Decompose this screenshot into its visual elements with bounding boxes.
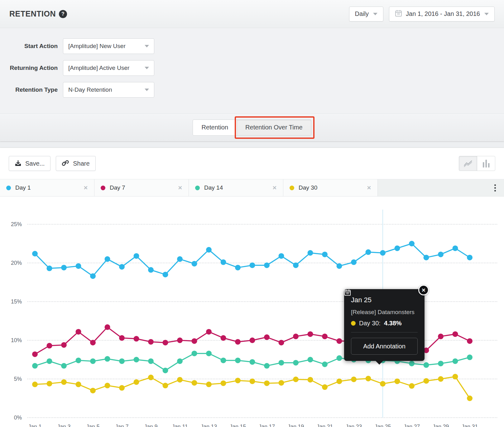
series-point-day-1[interactable] [322,252,328,257]
series-point-day-14[interactable] [438,361,444,366]
series-point-day-30[interactable] [105,383,110,388]
series-point-day-7[interactable] [119,335,125,341]
series-point-day-7[interactable] [206,329,212,335]
series-point-day-30[interactable] [47,381,52,386]
series-point-day-30[interactable] [76,381,81,387]
series-point-day-1[interactable] [438,252,444,257]
series-point-day-30[interactable] [293,376,299,382]
series-point-day-7[interactable] [293,334,299,339]
series-point-day-30[interactable] [322,384,328,390]
series-point-day-30[interactable] [409,383,415,389]
series-point-day-1[interactable] [337,263,342,269]
series-point-day-14[interactable] [308,357,313,362]
series-point-day-30[interactable] [264,381,270,386]
series-point-day-7[interactable] [61,342,67,348]
series-point-day-14[interactable] [453,358,458,364]
series-point-day-14[interactable] [47,358,52,364]
series-point-day-30[interactable] [438,376,444,382]
remove-series-icon[interactable]: ✕ [272,185,277,191]
tab-retention-over-time[interactable]: Retention Over Time [237,119,311,136]
series-point-day-1[interactable] [61,265,67,270]
series-point-day-1[interactable] [264,262,270,268]
granularity-dropdown[interactable]: Daily [349,7,383,22]
series-point-day-14[interactable] [293,360,299,366]
series-point-day-1[interactable] [467,255,473,260]
series-point-day-1[interactable] [206,247,212,253]
series-point-day-7[interactable] [32,352,38,357]
series-point-day-14[interactable] [424,362,429,368]
series-point-day-1[interactable] [395,245,400,251]
series-point-day-14[interactable] [279,360,284,366]
form-select[interactable]: [Amplitude] New User [63,38,154,54]
series-point-day-30[interactable] [90,388,96,393]
series-point-day-1[interactable] [177,256,183,262]
series-point-day-30[interactable] [192,380,197,386]
series-point-day-30[interactable] [395,378,400,384]
series-point-day-30[interactable] [163,383,168,388]
legend-item[interactable]: Day 1 ✕ [0,179,94,196]
series-point-day-1[interactable] [163,272,168,277]
series-point-day-30[interactable] [119,385,125,391]
remove-series-icon[interactable]: ✕ [367,185,371,191]
series-point-day-30[interactable] [32,381,38,387]
series-point-day-14[interactable] [409,361,415,366]
series-point-day-1[interactable] [351,260,357,265]
tab-retention[interactable]: Retention [193,119,237,136]
series-point-day-14[interactable] [76,357,81,363]
series-point-day-14[interactable] [61,363,67,369]
series-point-day-30[interactable] [206,381,212,387]
series-point-day-7[interactable] [337,338,342,344]
series-point-day-1[interactable] [380,250,386,256]
series-point-day-30[interactable] [279,380,284,386]
add-annotation-button[interactable]: Add Annotation [351,338,418,355]
series-point-day-14[interactable] [90,358,96,364]
series-point-day-7[interactable] [76,329,81,335]
series-point-day-1[interactable] [424,255,429,260]
series-point-day-1[interactable] [293,262,299,268]
series-point-day-7[interactable] [47,343,52,348]
form-select[interactable]: N-Day Retention [63,82,154,98]
series-point-day-1[interactable] [279,253,284,259]
series-point-day-14[interactable] [148,358,154,364]
form-select[interactable]: [Amplitude] Active User [63,60,154,76]
series-point-day-1[interactable] [192,261,197,266]
series-point-day-1[interactable] [76,263,81,269]
series-point-day-30[interactable] [351,376,357,382]
series-point-day-1[interactable] [235,265,241,270]
series-point-day-7[interactable] [177,337,183,343]
series-point-day-30[interactable] [148,375,154,380]
series-point-day-14[interactable] [206,351,212,356]
series-point-day-30[interactable] [250,378,255,384]
series-point-day-14[interactable] [163,368,168,373]
series-point-day-14[interactable] [322,361,328,367]
series-point-day-30[interactable] [221,381,226,386]
series-point-day-7[interactable] [264,334,270,340]
series-point-day-14[interactable] [221,357,226,363]
series-point-day-7[interactable] [134,336,139,342]
series-point-day-1[interactable] [148,267,154,273]
series-point-day-7[interactable] [308,331,313,337]
series-point-day-1[interactable] [47,265,52,271]
series-point-day-7[interactable] [322,334,328,339]
series-point-day-7[interactable] [235,339,241,345]
series-point-day-14[interactable] [105,356,110,362]
series-point-day-14[interactable] [337,355,342,361]
series-point-day-7[interactable] [221,335,226,341]
series-point-day-7[interactable] [90,340,96,345]
series-point-day-30[interactable] [337,378,342,384]
help-icon[interactable]: ? [59,10,67,18]
series-point-day-1[interactable] [453,245,458,251]
series-point-day-1[interactable] [119,264,125,269]
series-point-day-14[interactable] [235,357,241,363]
legend-item[interactable]: Day 7 ✕ [94,179,189,196]
series-point-day-30[interactable] [61,379,67,385]
series-point-day-7[interactable] [438,334,444,339]
series-point-day-14[interactable] [119,358,125,364]
line-chart-toggle[interactable] [459,156,477,171]
series-point-day-30[interactable] [453,374,458,380]
series-point-day-30[interactable] [467,395,473,401]
remove-series-icon[interactable]: ✕ [84,185,88,191]
series-point-day-1[interactable] [134,253,139,259]
series-point-day-30[interactable] [308,377,313,382]
series-point-day-7[interactable] [467,338,473,344]
